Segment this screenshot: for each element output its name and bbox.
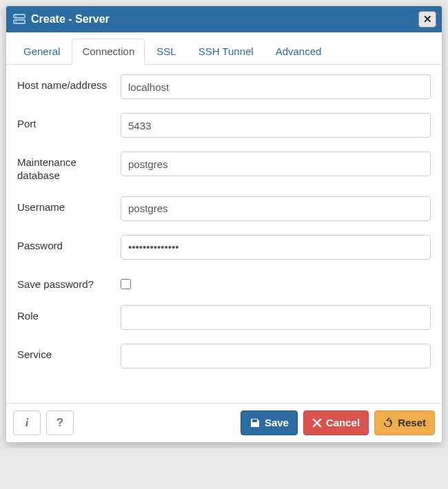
service-label: Service xyxy=(17,344,121,362)
help-button[interactable]: ? xyxy=(46,410,74,435)
row-role: Role xyxy=(17,305,431,330)
close-icon: ✕ xyxy=(423,13,432,25)
host-label: Host name/address xyxy=(17,74,121,92)
role-label: Role xyxy=(17,305,121,323)
dialog-title: Create - Server xyxy=(31,13,418,25)
reset-button[interactable]: Reset xyxy=(374,410,435,435)
svg-point-2 xyxy=(15,16,17,17)
save-icon xyxy=(250,417,261,428)
cancel-icon xyxy=(312,418,322,428)
cancel-button[interactable]: Cancel xyxy=(303,410,369,435)
close-button[interactable]: ✕ xyxy=(418,11,436,28)
savepw-label: Save password? xyxy=(17,273,121,291)
dialog-footer: i ? Save Cancel Reset xyxy=(6,403,442,442)
port-input[interactable] xyxy=(121,113,431,138)
tab-general[interactable]: General xyxy=(13,39,70,65)
connection-form: Host name/address Port Maintenance datab… xyxy=(6,65,442,403)
port-label: Port xyxy=(17,113,121,131)
host-input[interactable] xyxy=(121,74,431,99)
server-icon xyxy=(13,13,26,25)
save-label: Save xyxy=(265,417,289,428)
tab-ssh-tunnel[interactable]: SSH Tunnel xyxy=(188,39,264,65)
tab-ssl[interactable]: SSL xyxy=(146,39,186,65)
help-icon: ? xyxy=(57,416,63,430)
tab-advanced[interactable]: Advanced xyxy=(265,39,332,65)
password-input[interactable] xyxy=(121,235,431,260)
service-input[interactable] xyxy=(121,344,431,368)
save-button[interactable]: Save xyxy=(241,410,298,435)
create-server-dialog: Create - Server ✕ General Connection SSL… xyxy=(6,6,442,443)
savepw-checkbox[interactable] xyxy=(121,279,131,289)
tab-connection[interactable]: Connection xyxy=(72,39,145,65)
role-input[interactable] xyxy=(121,305,431,330)
info-button[interactable]: i xyxy=(13,410,41,435)
titlebar: Create - Server ✕ xyxy=(6,6,442,32)
cancel-label: Cancel xyxy=(326,417,360,428)
maintdb-label: Maintenance database xyxy=(17,152,121,183)
username-input[interactable] xyxy=(121,196,431,221)
row-port: Port xyxy=(17,113,431,138)
row-username: Username xyxy=(17,196,431,221)
username-label: Username xyxy=(17,196,121,214)
reset-icon xyxy=(383,417,394,428)
info-icon: i xyxy=(26,416,29,430)
row-service: Service xyxy=(17,344,431,368)
maintdb-input[interactable] xyxy=(121,152,431,176)
row-savepw: Save password? xyxy=(17,273,431,291)
tabs: General Connection SSL SSH Tunnel Advanc… xyxy=(6,32,442,65)
reset-label: Reset xyxy=(398,417,426,428)
row-password: Password xyxy=(17,235,431,260)
svg-point-3 xyxy=(15,21,17,23)
password-label: Password xyxy=(17,235,121,253)
row-host: Host name/address xyxy=(17,74,431,99)
row-maintdb: Maintenance database xyxy=(17,152,431,183)
